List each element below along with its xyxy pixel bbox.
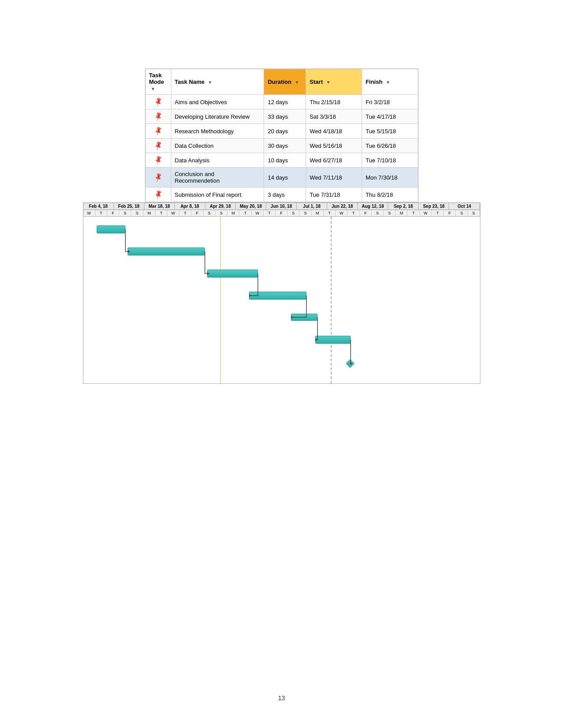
duration-cell: 14 days: [264, 168, 306, 188]
duration-header[interactable]: Duration ▼: [264, 69, 306, 95]
finish-cell: Thu 8/2/18: [362, 188, 418, 202]
gantt-day-cell: T: [324, 210, 336, 216]
table-row: 📌Data Analysis10 daysWed 6/27/18Tue 7/10…: [145, 153, 418, 168]
task-name-cell: Data Collection: [171, 139, 264, 153]
task-name-cell: Conclusion and Recommendetion: [171, 168, 264, 188]
gantt-day-cell: T: [179, 210, 191, 216]
gantt-date-block: Feb 25, 18: [114, 203, 144, 210]
pin-icon: 📌: [152, 96, 163, 107]
start-cell: Sat 3/3/18: [306, 109, 362, 124]
task-mode-cell: 📌: [145, 188, 171, 202]
start-sort-icon[interactable]: ▼: [326, 80, 331, 85]
table-body: 📌Aims and Objectives12 daysThu 2/15/18Fr…: [145, 95, 418, 202]
gantt-day-cell: S: [287, 210, 299, 216]
gantt-day-cell: M: [144, 210, 155, 216]
gantt-day-cell: W: [420, 210, 432, 216]
gantt-day-cell: W: [83, 210, 95, 216]
task-mode-cell: 📌: [145, 139, 171, 153]
task-name-cell: Submission of Final report: [171, 188, 264, 202]
gantt-day-cell: S: [299, 210, 311, 216]
table-row: 📌Developing Literature Review33 daysSat …: [145, 109, 418, 124]
gantt-day-cell: F: [444, 210, 456, 216]
gantt-bar-7: [346, 359, 355, 368]
gantt-day-cell: S: [204, 210, 215, 216]
start-cell: Thu 2/15/18: [306, 95, 362, 109]
gantt-day-cell: T: [408, 210, 419, 216]
gantt-day-cell: T: [155, 210, 167, 216]
gantt-date-block: Jul 1, 18: [297, 203, 327, 210]
pin-icon: 📌: [152, 125, 163, 136]
task-mode-cell: 📌: [145, 109, 171, 124]
gantt-date-headers: Feb 4, 18Feb 25, 18Mar 18, 18Apr 8, 18Ap…: [83, 203, 480, 210]
duration-sort-icon[interactable]: ▼: [295, 80, 299, 85]
gantt-day-cell: S: [131, 210, 143, 216]
task-name-sort-icon[interactable]: ▼: [208, 80, 212, 85]
gantt-day-cell: W: [336, 210, 348, 216]
table-row: 📌Data Collection30 daysWed 5/16/18Tue 6/…: [145, 139, 418, 153]
task-mode-cell: 📌: [145, 168, 171, 188]
gantt-day-cell: S: [468, 210, 480, 216]
table-row: 📌Conclusion and Recommendetion14 daysWed…: [145, 168, 418, 188]
gantt-bar-6: [315, 336, 351, 344]
task-name-cell: Developing Literature Review: [171, 109, 264, 124]
gantt-day-cell: T: [264, 210, 276, 216]
duration-cell: 30 days: [264, 139, 306, 153]
gantt-day-cell: S: [372, 210, 384, 216]
gantt-day-cell: M: [312, 210, 324, 216]
gantt-connectors: [83, 217, 480, 383]
task-mode-cell: 📌: [145, 95, 171, 109]
gantt-date-block: Sep 23, 18: [419, 203, 449, 210]
finish-cell: Mon 7/30/18: [362, 168, 418, 188]
gantt-day-cell: M: [396, 210, 408, 216]
gantt-day-cell: W: [252, 210, 264, 216]
duration-cell: 10 days: [264, 153, 306, 168]
gantt-date-block: Mar 18, 18: [144, 203, 175, 210]
gantt-day-cell: T: [239, 210, 251, 216]
gantt-date-block: May 20, 18: [236, 203, 266, 210]
gantt-date-block: Oct 14: [449, 203, 480, 210]
gantt-day-cell: S: [119, 210, 131, 216]
gantt-bar-4: [249, 292, 306, 300]
gantt-day-cell: F: [107, 210, 119, 216]
finish-header[interactable]: Finish ▼: [362, 69, 418, 95]
finish-cell: Tue 6/26/18: [362, 139, 418, 153]
gantt-date-block: Jun 22, 18: [327, 203, 358, 210]
gantt-table-wrapper: Task Mode ▼ Task Name ▼ Duration ▼ Start…: [145, 68, 419, 203]
start-header[interactable]: Start ▼: [306, 69, 362, 95]
pin-icon: 📌: [152, 172, 163, 183]
gantt-day-cell: S: [456, 210, 468, 216]
gantt-day-cell: F: [276, 210, 287, 216]
table-row: 📌Research Methodology20 daysWed 4/18/18T…: [145, 124, 418, 139]
pin-icon: 📌: [152, 189, 163, 200]
gantt-day-cell: T: [432, 210, 444, 216]
task-mode-sort-icon[interactable]: ▼: [151, 86, 155, 91]
task-mode-header[interactable]: Task Mode ▼: [145, 69, 171, 95]
gantt-date-block: Sep 2, 18: [388, 203, 419, 210]
task-name-header[interactable]: Task Name ▼: [171, 69, 264, 95]
gantt-day-cell: T: [95, 210, 107, 216]
start-cell: Wed 4/18/18: [306, 124, 362, 139]
task-name-cell: Research Methodology: [171, 124, 264, 139]
gantt-date-block: Apr 8, 18: [175, 203, 205, 210]
gantt-day-cell: T: [348, 210, 359, 216]
gantt-day-cell: S: [215, 210, 227, 216]
task-mode-cell: 📌: [145, 124, 171, 139]
gantt-day-cell: F: [191, 210, 203, 216]
finish-sort-icon[interactable]: ▼: [386, 80, 390, 85]
table-row: 📌Aims and Objectives12 daysThu 2/15/18Fr…: [145, 95, 418, 109]
task-name-cell: Aims and Objectives: [171, 95, 264, 109]
finish-cell: Tue 7/10/18: [362, 153, 418, 168]
start-cell: Tue 7/31/18: [306, 188, 362, 202]
gantt-date-block: Jun 10, 18: [266, 203, 297, 210]
pin-icon: 📌: [152, 140, 163, 151]
gantt-bar-2: [128, 248, 205, 255]
gantt-bar-1: [97, 225, 125, 233]
gantt-table: Task Mode ▼ Task Name ▼ Duration ▼ Start…: [145, 69, 418, 202]
duration-cell: 3 days: [264, 188, 306, 202]
page-container: Task Mode ▼ Task Name ▼ Duration ▼ Start…: [0, 0, 563, 728]
duration-cell: 12 days: [264, 95, 306, 109]
gantt-bars-area: [83, 216, 480, 384]
dashed-line: [331, 217, 332, 383]
finish-cell: Tue 4/17/18: [362, 109, 418, 124]
gantt-date-block: Apr 29, 18: [205, 203, 236, 210]
